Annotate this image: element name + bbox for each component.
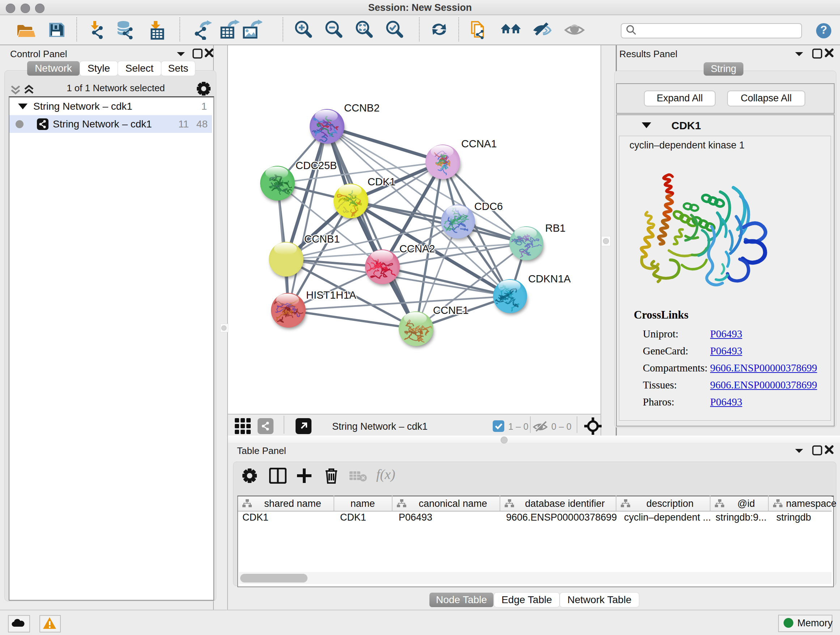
svg-text:CCNA2: CCNA2 (399, 243, 435, 255)
svg-text:CDC25B: CDC25B (295, 160, 337, 171)
svg-text:CCNA1: CCNA1 (461, 138, 497, 149)
svg-text:CDK1: CDK1 (368, 176, 395, 187)
svg-text:CDC6: CDC6 (474, 201, 503, 212)
svg-text:CCNB1: CCNB1 (304, 233, 340, 245)
svg-text:CDKN1A: CDKN1A (528, 273, 571, 285)
svg-text:CCNE1: CCNE1 (433, 304, 469, 316)
svg-text:HIST1H1A: HIST1H1A (306, 289, 356, 301)
svg-text:CCNB2: CCNB2 (344, 102, 379, 114)
svg-text:RB1: RB1 (545, 222, 565, 234)
